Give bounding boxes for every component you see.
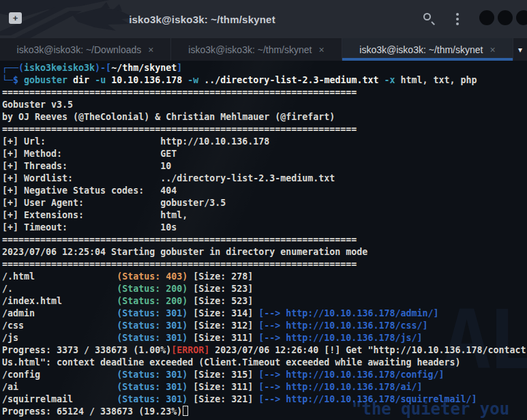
terminal-line: /.html (Status: 403) [Size: 278] [2,271,527,283]
terminal-area[interactable]: AL "the quieter you ┌──(isko3k⊛isko3k)-[… [0,61,527,420]
terminal-line: [+] Method: GET [2,148,527,160]
terminal-line: ========================================… [2,87,527,99]
window-title: isko3k@isko3k: ~/thm/skynet [0,0,404,38]
search-handle [431,21,435,25]
tab-label: isko3k@isko3k: ~/Downloads [17,44,142,55]
terminal-line: [+] Wordlist: ../directory-list-2.3-medi… [2,172,527,185]
tab-label: isko3k@isko3k: ~/thm/skynet [188,44,312,55]
terminal-line: Gobuster v3.5 [2,99,527,111]
terminal-line: by OJ Reeves (@TheColonial) & Christian … [2,111,527,123]
tab-close-icon[interactable]: × [148,45,153,55]
close-button[interactable] [516,10,527,25]
minimize-button[interactable] [479,10,494,25]
terminal-line: [+] Extensions: html, [2,209,527,222]
terminal-line: /. (Status: 200) [Size: 523] [2,283,527,295]
terminal-line: /config (Status: 301) [Size: 315] [--> h… [2,369,527,381]
terminal-line: /squirrelmail (Status: 301) [Size: 321] … [2,393,527,406]
tab-downloads[interactable]: isko3k@isko3k: ~/Downloads × [0,38,171,61]
maximize-button[interactable] [498,10,513,25]
tab-label: isko3k@isko3k: ~/thm/skynet [359,44,483,55]
terminal-line: ┌──(isko3k⊛isko3k)-[~/thm/skynet] [2,62,527,74]
search-icon[interactable] [422,12,437,27]
terminal-line: Us.html": context deadline exceeded (Cli… [2,357,527,369]
terminal-line: └─$ gobuster dir -u 10.10.136.178 -w ../… [2,74,527,87]
tab-bar: isko3k@isko3k: ~/Downloads × isko3k@isko… [0,38,527,61]
tab-thm-skynet-1[interactable]: isko3k@isko3k: ~/thm/skynet × [171,38,342,61]
terminal-line: Progress: 65124 / 338673 (19.23%) [2,406,527,418]
terminal-line: [+] Threads: 10 [2,160,527,172]
terminal-line: /index.html (Status: 200) [Size: 523] [2,295,527,308]
terminal-line: ========================================… [2,258,527,271]
terminal-line: [+] Timeout: 10s [2,222,527,234]
terminal-line: [+] Negative Status codes: 404 [2,185,527,197]
terminal-line: 2023/07/06 12:25:04 Starting gobuster in… [2,246,527,258]
tab-list-dropdown-icon[interactable]: ▾ [513,38,527,61]
tab-close-icon[interactable]: × [318,45,324,55]
menu-kebab-icon[interactable] [452,11,463,27]
terminal-line: ========================================… [2,123,527,136]
titlebar: + isko3k@isko3k: ~/thm/skynet [0,0,527,38]
terminal-output: ┌──(isko3k⊛isko3k)-[~/thm/skynet]└─$ gob… [0,61,527,418]
terminal-line: Progress: 3373 / 338673 (1.00%)[ERROR] 2… [2,344,527,357]
tab-close-icon[interactable]: × [490,45,495,55]
search-lens [423,13,431,20]
tab-thm-skynet-2-active[interactable]: isko3k@isko3k: ~/thm/skynet × [342,38,513,61]
terminal-line: [+] User Agent: gobuster/3.5 [2,197,527,209]
terminal-line: [+] Url: http://10.10.136.178 [2,136,527,148]
terminal-line: ========================================… [2,234,527,246]
terminal-line: /ai (Status: 301) [Size: 311] [--> http:… [2,381,527,393]
terminal-line: /css (Status: 301) [Size: 312] [--> http… [2,320,527,332]
terminal-cursor [183,406,188,416]
terminal-line: /admin (Status: 301) [Size: 314] [--> ht… [2,308,527,320]
terminal-line: /js (Status: 301) [Size: 311] [--> http:… [2,332,527,344]
